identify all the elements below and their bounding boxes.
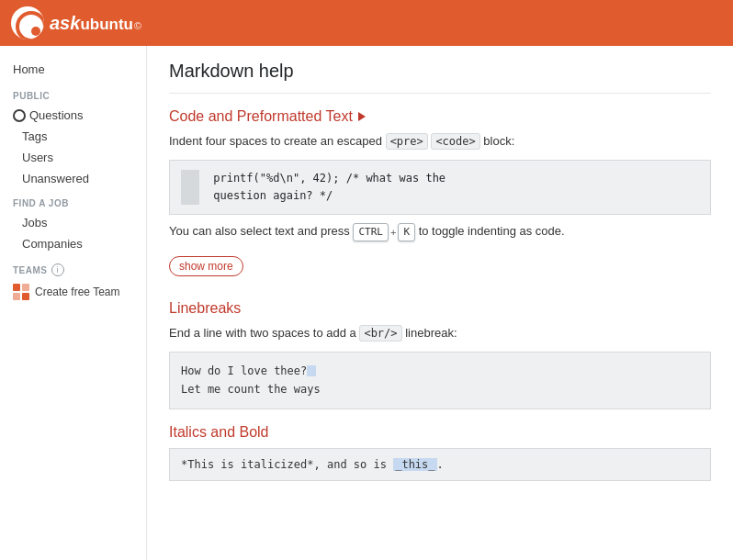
nav-section-teams: TEAMS [13,265,48,275]
logo-ask: ask [50,13,80,34]
plus-sign: + [390,225,396,241]
create-team-label: Create free Team [35,286,120,298]
code-tag: <code> [431,133,479,150]
section-italics: Italics and Bold *This is italicized*, a… [169,424,711,481]
create-team-icon [13,284,29,300]
main-content: Markdown help Code and Preformatted Text… [147,46,733,560]
create-team-row[interactable]: Create free Team [7,280,139,304]
show-more-button[interactable]: show more [169,256,243,276]
header: ask ubuntu © [0,0,733,46]
svg-rect-1 [22,284,29,291]
ctrl-key: CTRL [353,223,389,242]
section-italics-title: Italics and Bold [169,424,711,441]
linebreak-code-example: How do I love thee? Let me count the way… [169,352,711,409]
nav-users[interactable]: Users [7,147,139,168]
underscore-highlight: _this_ [393,458,436,471]
nav-unanswered[interactable]: Unanswered [7,168,139,189]
logo-ubuntu: ubuntu [80,16,133,34]
italics-code-example: *This is italicized*, and so is _this_. [169,448,711,481]
svg-rect-2 [13,293,20,300]
nav-section-public: PUBLIC [7,82,139,105]
nav-jobs[interactable]: Jobs [7,212,139,233]
nav-section-teams-row: TEAMS i [7,254,139,280]
page-title: Markdown help [169,61,711,94]
section-linebreaks-title: Linebreaks [169,300,711,317]
section-linebreaks-intro: End a line with two spaces to add a <br/… [169,324,711,342]
k-key: K [398,223,415,242]
pre-tag: <pre> [386,133,428,150]
section-code-kbd-text: You can also select text and press CTRL … [169,222,711,242]
nav-section-jobs: FIND A JOB [7,189,139,212]
trailing-spaces-indicator [307,365,316,376]
triangle-icon [358,112,366,121]
line-num-1 [181,170,199,187]
nav-tags[interactable]: Tags [7,126,139,147]
logo-trademark: © [134,20,141,31]
nav-home[interactable]: Home [7,57,139,82]
ctrl-k-combo: CTRL + K [353,223,415,242]
section-code-title: Code and Preformatted Text [169,108,711,125]
nav-companies[interactable]: Companies [7,233,139,254]
sidebar: Home PUBLIC Questions Tags Users Unanswe… [0,46,147,560]
info-icon[interactable]: i [51,263,64,276]
code-example-1: printf("%d\n", 42); /* what was the ques… [169,160,711,215]
section-linebreaks: Linebreaks End a line with two spaces to… [169,300,711,409]
line-num-2 [181,187,199,205]
section-code-intro: Indent four spaces to create an escaped … [169,132,711,151]
logo[interactable]: ask ubuntu © [11,6,141,39]
br-tag: <br/> [359,325,401,342]
svg-rect-0 [13,284,20,291]
section-code: Code and Preformatted Text Indent four s… [169,108,711,286]
logo-circle-icon [11,6,44,39]
globe-icon [13,109,26,122]
nav-questions[interactable]: Questions [7,105,139,126]
layout: Home PUBLIC Questions Tags Users Unanswe… [0,46,733,560]
svg-rect-3 [22,293,29,300]
logo-text: ask ubuntu © [50,13,141,34]
